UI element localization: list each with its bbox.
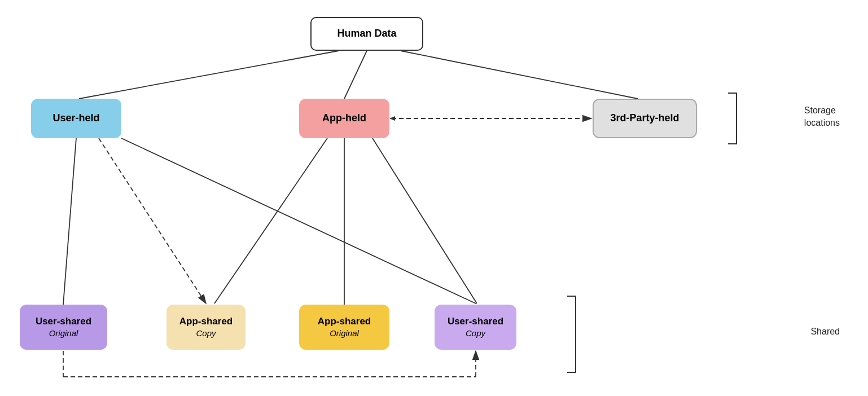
user-shared-orig-label-top: User-shared xyxy=(36,315,91,328)
svg-line-9 xyxy=(214,138,327,303)
svg-marker-6 xyxy=(389,116,395,121)
app-shared-orig-label-sub: Original xyxy=(318,328,371,339)
diagram-container: Human Data User-held App-held 3rd-Party-… xyxy=(0,0,868,396)
svg-line-11 xyxy=(372,138,477,303)
node-user-shared-copy: User-shared Copy xyxy=(435,305,516,350)
svg-line-8 xyxy=(99,138,206,303)
user-shared-copy-label-top: User-shared xyxy=(448,315,503,328)
diagram-svg xyxy=(0,0,868,396)
app-shared-orig-label-top: App-shared xyxy=(318,315,371,328)
app-held-label: App-held xyxy=(322,112,366,125)
app-shared-copy-label-top: App-shared xyxy=(179,315,233,328)
node-user-held: User-held xyxy=(31,99,121,138)
user-shared-copy-label-sub: Copy xyxy=(448,328,503,339)
node-3rd-party: 3rd-Party-held xyxy=(593,99,697,138)
svg-line-3 xyxy=(344,51,367,99)
node-human-data: Human Data xyxy=(310,17,423,51)
svg-line-2 xyxy=(79,51,339,99)
app-shared-copy-label-sub: Copy xyxy=(179,328,233,339)
svg-line-7 xyxy=(63,138,76,305)
node-user-shared-orig: User-shared Original xyxy=(20,305,107,350)
node-app-shared-copy: App-shared Copy xyxy=(166,305,246,350)
human-data-label: Human Data xyxy=(337,27,396,40)
node-app-held: App-held xyxy=(299,99,389,138)
3rd-party-label: 3rd-Party-held xyxy=(610,112,679,125)
user-held-label: User-held xyxy=(52,112,99,125)
shared-label: Shared xyxy=(810,325,840,338)
storage-locations-label: Storagelocations xyxy=(804,104,840,130)
svg-line-4 xyxy=(401,51,638,99)
node-app-shared-orig: App-shared Original xyxy=(299,305,389,350)
user-shared-orig-label-sub: Original xyxy=(36,328,91,339)
svg-line-12 xyxy=(121,138,476,303)
